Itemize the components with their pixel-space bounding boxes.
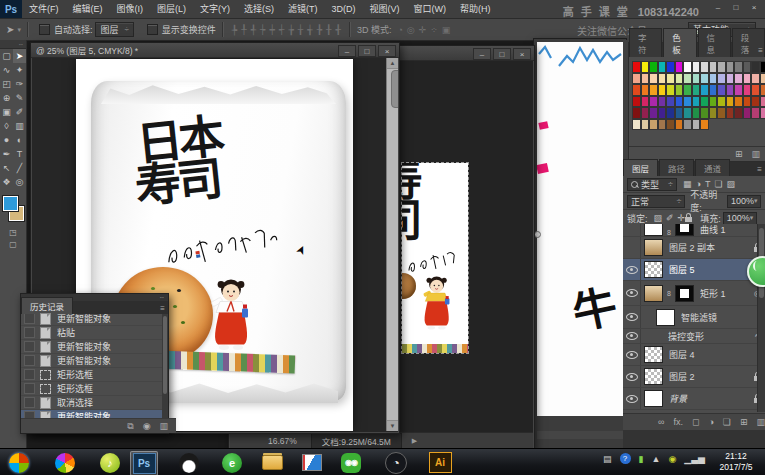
mode3d-icon-0[interactable]: ◔ [397, 25, 402, 35]
swatch-6[interactable] [683, 61, 692, 73]
menu-帮助(H)[interactable]: 帮助(H) [453, 0, 498, 18]
visibility-well[interactable] [623, 306, 641, 328]
magic-wand-tool[interactable]: ✦ [13, 63, 26, 77]
window1-title-bar[interactable]: @ 25% (图层 5, CMYK/8) * – □ × [31, 43, 399, 58]
scroll-up-icon[interactable]: ▲ [387, 58, 398, 69]
eye-icon[interactable] [626, 332, 638, 340]
swatch-87[interactable] [692, 119, 701, 131]
tab-信息[interactable]: 信息 [698, 28, 731, 57]
eye-icon[interactable] [626, 395, 638, 403]
swatch-74[interactable] [717, 107, 726, 119]
history-state-4[interactable]: 矩形选框 [21, 368, 168, 382]
foreground-color-well[interactable] [3, 196, 18, 211]
layer-name[interactable]: 操控变形 [668, 330, 754, 343]
swatch-83[interactable] [658, 119, 667, 131]
swatch-78[interactable] [751, 107, 760, 119]
menu-选择(S)[interactable]: 选择(S) [237, 0, 281, 18]
eraser-tool[interactable]: ◊ [0, 119, 13, 133]
taskbar-dict-icon[interactable] [299, 451, 325, 474]
move-tool[interactable]: ➤ [13, 49, 26, 63]
swatch-14[interactable] [751, 61, 760, 73]
swatch-21[interactable] [675, 73, 684, 85]
history-source-well[interactable] [24, 383, 35, 394]
keyboard-tray-icon[interactable]: ▤ [603, 454, 612, 464]
move-tool-icon[interactable]: ➤ [6, 24, 14, 35]
swatch-7[interactable] [692, 61, 701, 73]
panel-menu-icon[interactable]: ≡ [758, 46, 763, 55]
swatch-42[interactable] [717, 84, 726, 96]
swatch-62[interactable] [751, 96, 760, 108]
history-source-well[interactable] [24, 355, 35, 366]
swatch-12[interactable] [734, 61, 743, 73]
swatch-54[interactable] [683, 96, 692, 108]
swatch-53[interactable] [675, 96, 684, 108]
swatch-86[interactable] [683, 119, 692, 131]
taskbar-photoshop-icon[interactable]: Ps [130, 451, 158, 475]
layer-thumbnail[interactable] [644, 239, 663, 256]
taskbar-folder-icon[interactable] [259, 451, 285, 474]
layer-name[interactable]: 智能滤镜 [681, 311, 765, 324]
history-state-0[interactable]: 更新智能对象 [21, 312, 168, 326]
swatch-52[interactable] [666, 96, 675, 108]
swatch-57[interactable] [709, 96, 718, 108]
blend-mode-dropdown[interactable]: 正常 ÷ [627, 195, 685, 208]
scroll-down-icon[interactable]: ▼ [387, 420, 398, 431]
vertical-scrollbar[interactable]: ▲ ▼ [386, 58, 398, 431]
layer-thumbnail[interactable] [644, 368, 663, 385]
swatch-4[interactable] [666, 61, 675, 73]
minimize-icon[interactable]: – [338, 45, 356, 57]
eye-icon[interactable] [626, 351, 638, 359]
lasso-tool[interactable]: ∿ [0, 63, 13, 77]
swatch-81[interactable] [641, 119, 650, 131]
taskbar-pinwheel-icon[interactable] [52, 451, 78, 474]
tab-通道[interactable]: 通道 [695, 159, 730, 176]
minimize-icon[interactable]: – [710, 2, 726, 13]
input-help-tray-icon[interactable]: ? [620, 453, 631, 464]
visibility-well[interactable] [623, 388, 641, 409]
opacity-field[interactable]: 100% ▾ [727, 195, 761, 208]
lock-transparent-icon[interactable]: ▨ [654, 213, 663, 223]
layer-thumbnail[interactable] [644, 261, 663, 278]
layer-name[interactable]: 图层 2 [669, 370, 754, 383]
swatch-35[interactable] [658, 84, 667, 96]
tab-字符[interactable]: 字符 [629, 28, 662, 57]
history-source-well[interactable] [24, 327, 35, 338]
history-state-5[interactable]: 矩形选框 [21, 382, 168, 396]
new-layer-icon[interactable]: ⊞ [740, 417, 748, 427]
swatch-30[interactable] [751, 73, 760, 85]
visibility-well[interactable] [623, 259, 641, 280]
swatch-5[interactable] [675, 61, 684, 73]
tab-图层[interactable]: 图层 [623, 159, 658, 176]
panel-menu-icon[interactable]: ≡ [757, 165, 762, 174]
swatch-27[interactable] [726, 73, 735, 85]
zoom-tool[interactable]: ◎ [13, 175, 26, 189]
auto-select-checkbox[interactable] [39, 24, 50, 35]
swatch-43[interactable] [726, 84, 735, 96]
visibility-well[interactable] [623, 237, 641, 258]
menu-滤镜(T)[interactable]: 滤镜(T) [281, 0, 325, 18]
swatch-66[interactable] [649, 107, 658, 119]
eye-icon[interactable] [626, 289, 638, 297]
layer-row-曲线 1[interactable]: 8曲线 1 [623, 224, 765, 237]
swatch-26[interactable] [717, 73, 726, 85]
swatch-41[interactable] [709, 84, 718, 96]
swatch-17[interactable] [641, 73, 650, 85]
layer-name[interactable]: 矩形 1 [700, 287, 754, 300]
show-hidden-tray-icon[interactable]: ▲ [651, 454, 660, 464]
new-adjustment-icon[interactable]: ◑ [708, 417, 713, 427]
history-state-3[interactable]: 更新智能对象 [21, 354, 168, 368]
taskbar-qq-icon[interactable] [176, 451, 202, 474]
swatch-76[interactable] [734, 107, 743, 119]
eyedropper-tool[interactable]: ✑ [13, 77, 26, 91]
layer-row-智能滤镜[interactable]: 智能滤镜 [623, 306, 765, 329]
visibility-well[interactable] [623, 329, 641, 343]
swatch-70[interactable] [683, 107, 692, 119]
show-transform-checkbox[interactable] [147, 24, 158, 35]
eye-icon[interactable] [626, 266, 638, 274]
pen-tool[interactable]: ✒ [0, 147, 13, 161]
layer-style-icon[interactable]: fx. [673, 417, 683, 427]
layer-row-图层 2 副本[interactable]: 图层 2 副本 [623, 237, 765, 259]
lock-all-icon[interactable] [685, 217, 692, 222]
swatch-46[interactable] [751, 84, 760, 96]
swatch-36[interactable] [666, 84, 675, 96]
